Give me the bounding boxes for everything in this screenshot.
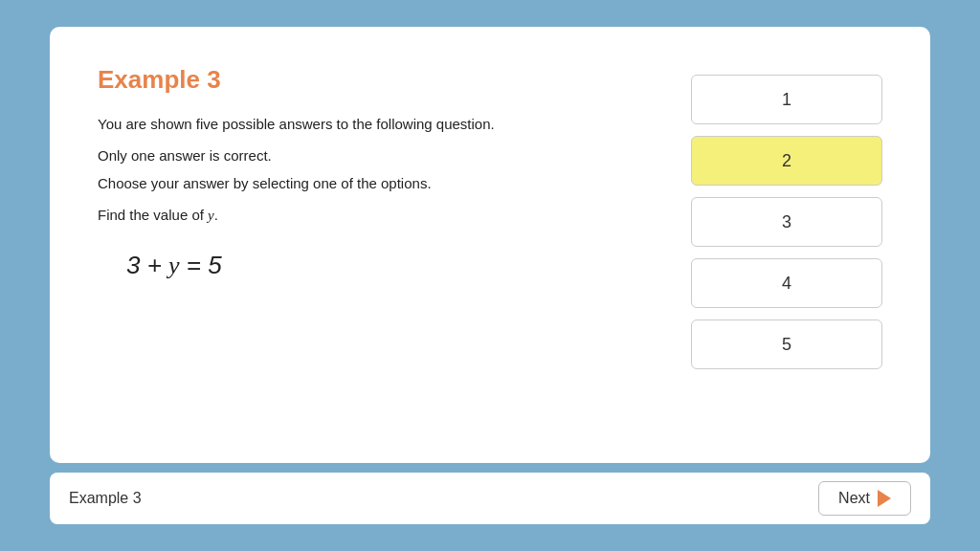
equation-y: y — [168, 252, 180, 279]
answer-option-1[interactable]: 1 — [691, 75, 882, 124]
footer-bar: Example 3 Next — [50, 473, 930, 524]
instruction-only-one: Only one answer is correct. — [98, 147, 653, 164]
answers-panel: 1 2 3 4 5 — [691, 65, 882, 425]
answer-option-3[interactable]: 3 — [691, 197, 882, 247]
next-button[interactable]: Next — [818, 481, 911, 516]
equation-display: 3 + y = 5 — [98, 251, 653, 280]
answer-option-4[interactable]: 4 — [691, 258, 882, 308]
left-panel: Example 3 You are shown five possible an… — [98, 65, 653, 425]
next-button-label: Next — [838, 490, 870, 507]
answer-option-5[interactable]: 5 — [691, 320, 882, 369]
example-title: Example 3 — [98, 65, 653, 95]
footer-label: Example 3 — [69, 490, 142, 507]
next-arrow-icon — [878, 490, 891, 507]
instruction-find: Find the value of y. — [98, 207, 653, 224]
instruction-choose: Choose your answer by selecting one of t… — [98, 175, 653, 191]
answer-option-2[interactable]: 2 — [691, 136, 882, 186]
main-card: Example 3 You are shown five possible an… — [50, 27, 930, 463]
description-text: You are shown five possible answers to t… — [98, 114, 653, 136]
variable-y: y — [208, 208, 214, 223]
